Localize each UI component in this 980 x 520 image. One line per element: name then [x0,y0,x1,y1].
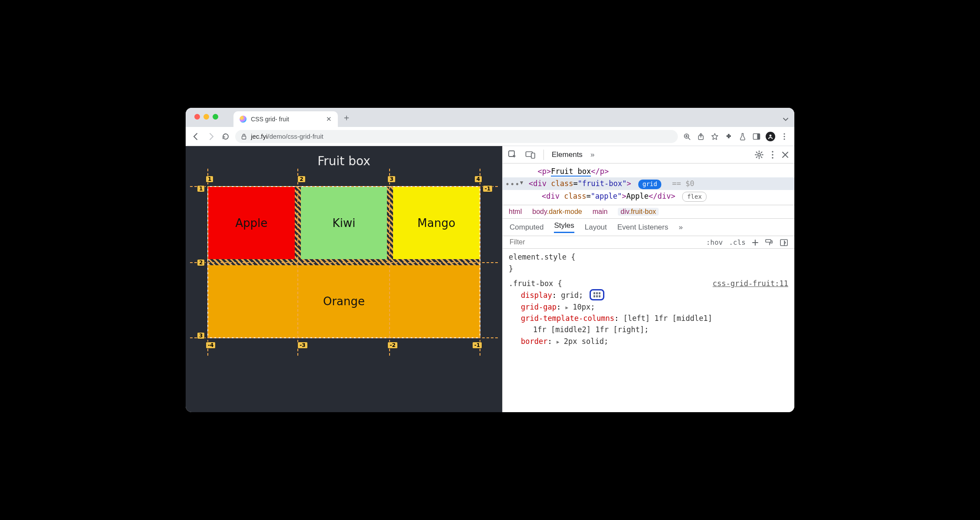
svg-point-13 [772,151,773,152]
close-tab-button[interactable]: ✕ [326,115,332,123]
grid-col-neg-label: -3 [297,342,307,349]
share-icon[interactable] [696,132,706,140]
rule-source-link[interactable]: css-grid-fruit:11 [713,278,788,289]
svg-rect-0 [242,136,246,139]
cell-kiwi: Kiwi [301,187,387,259]
devtools-toolbar: Elements » [503,146,794,163]
grid-col-label: 1 [206,176,213,183]
svg-rect-19 [596,292,598,294]
bookmark-star-icon[interactable] [710,132,720,140]
crumb-selected[interactable]: div.fruit-box [618,208,659,216]
url-text: jec.fyi/demo/css-grid-fruit [251,133,323,140]
crumb[interactable]: main [593,208,608,216]
dom-node-selected[interactable]: ••• ▼ <div class="fruit-box"> grid == $0 [503,177,794,190]
styles-toolbar: :hov .cls [503,236,794,249]
subtab-computed[interactable]: Computed [510,223,543,232]
styles-subtabs: Computed Styles Layout Event Listeners » [503,219,794,236]
selected-indicator: == $0 [672,179,694,188]
svg-rect-11 [531,153,535,158]
close-devtools-button[interactable] [781,150,789,159]
cell-apple: Apple [208,187,295,259]
zoom-icon[interactable] [682,132,692,140]
grid-row-neg-label: -1 [483,185,493,192]
profile-avatar[interactable] [766,132,775,141]
svg-rect-22 [596,295,598,297]
svg-rect-23 [599,295,600,297]
grid-col-label: 2 [297,176,305,183]
svg-point-7 [783,136,785,137]
expand-ellipsis-icon[interactable]: ••• [505,179,520,190]
fullscreen-window-button[interactable] [213,114,218,120]
close-window-button[interactable] [194,114,200,120]
subtab-layout[interactable]: Layout [585,223,607,232]
grid-editor-button[interactable] [590,289,604,300]
sidepanel-icon[interactable] [752,133,761,140]
grid-col-label: 3 [387,176,395,183]
dom-tree[interactable]: <p>Fruit box</p> ••• ▼ <div class="fruit… [503,163,794,205]
devtools-panel: Elements » <p>Fruit box</p> ••• ▼ <div c… [502,146,794,412]
cls-toggle[interactable]: .cls [729,238,746,247]
tab-elements[interactable]: Elements [552,150,583,159]
grid-col-neg-label: -1 [472,342,482,349]
rule-selector[interactable]: .fruit-box { [509,279,562,288]
svg-rect-17 [780,240,787,246]
kebab-icon[interactable] [772,150,773,159]
dom-node[interactable]: <div class="apple">Apple</div> flex [503,190,794,203]
svg-point-8 [783,139,785,140]
svg-rect-4 [757,134,760,140]
grid-row-label: 1 [197,185,205,192]
styles-rules[interactable]: element.style { } css-grid-fruit:11 .fru… [503,249,794,351]
svg-rect-16 [766,240,771,242]
new-tab-button[interactable]: ＋ [342,112,351,123]
tab-title: CSS grid- fruit [251,116,322,123]
svg-point-12 [758,153,760,156]
content-split: Fruit box 1 2 3 4 1 2 3 -1 [186,146,794,412]
paint-icon[interactable] [765,238,773,247]
dom-node[interactable]: <p>Fruit box</p> [503,165,794,177]
subtab-overflow[interactable]: » [679,223,683,232]
breadcrumb[interactable]: html body.dark-mode main div.fruit-box [503,205,794,219]
tab-strip: CSS grid- fruit ✕ ＋ [186,108,794,127]
grid-overlay: 1 2 3 4 1 2 3 -1 -4 -3 -2 -1 Apple Kiwi … [207,186,480,338]
kebab-menu-icon[interactable] [780,133,789,140]
address-bar[interactable]: jec.fyi/demo/css-grid-fruit [235,130,678,143]
back-button[interactable] [191,132,201,141]
forward-button[interactable] [206,132,216,141]
inspect-icon[interactable] [508,150,517,160]
extensions-icon[interactable] [724,133,733,140]
caret-down-icon[interactable]: ▼ [520,179,523,187]
element-style-block[interactable]: element.style { [509,251,788,263]
hov-toggle[interactable]: :hov [706,238,723,247]
svg-rect-20 [599,292,600,294]
tab-overflow[interactable]: » [590,150,594,159]
subtab-event-listeners[interactable]: Event Listeners [617,223,668,232]
grid-row-label: 3 [197,332,205,339]
browser-tab[interactable]: CSS grid- fruit ✕ [233,111,338,127]
svg-point-5 [770,134,772,137]
new-style-rule-button[interactable] [752,238,759,246]
minimize-window-button[interactable] [203,114,209,120]
grid-col-neg-label: -4 [206,342,216,349]
crumb[interactable]: html [509,208,522,216]
subtab-styles[interactable]: Styles [554,221,574,233]
cell-orange: Orange [208,265,480,337]
browser-toolbar: jec.fyi/demo/css-grid-fruit [186,127,794,146]
svg-point-6 [783,133,785,135]
favicon-icon [240,116,247,123]
device-mode-icon[interactable] [525,150,536,159]
page-viewport: Fruit box 1 2 3 4 1 2 3 -1 [186,146,502,412]
cell-mango: Mango [393,187,480,259]
grid-badge[interactable]: grid [638,180,662,189]
gear-icon[interactable] [754,150,764,160]
flex-badge[interactable]: flex [682,192,707,202]
styles-filter-input[interactable] [509,238,700,247]
crumb[interactable]: body.dark-mode [532,208,582,216]
svg-point-14 [772,154,773,155]
tabs-overflow-button[interactable] [782,115,789,123]
svg-rect-21 [593,295,595,297]
page-heading: Fruit box [186,154,502,168]
computed-panel-icon[interactable] [780,238,788,247]
labs-icon[interactable] [738,132,747,140]
svg-point-15 [772,157,773,158]
reload-button[interactable] [220,132,231,140]
